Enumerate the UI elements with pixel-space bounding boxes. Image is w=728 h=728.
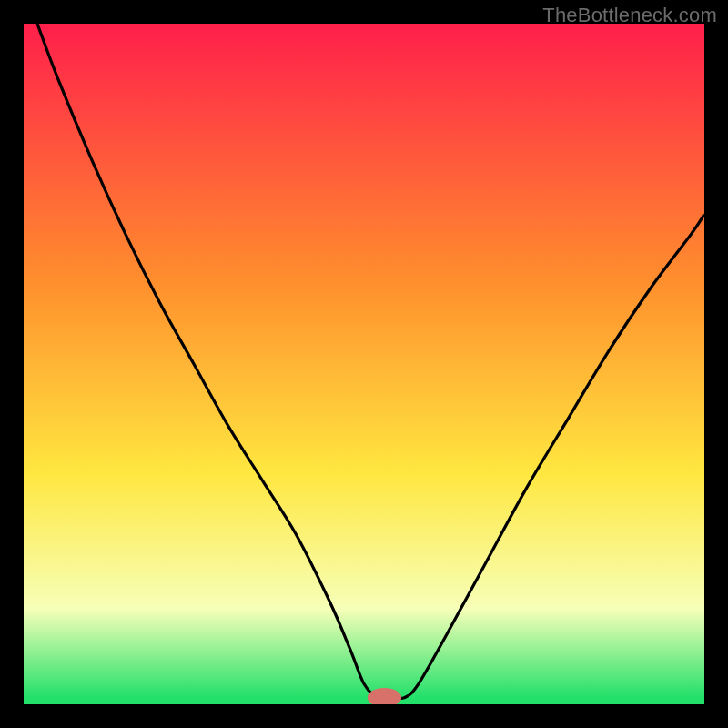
- plot-svg: [24, 24, 704, 704]
- chart-stage: TheBottleneck.com: [0, 0, 728, 728]
- plot-area: [24, 24, 704, 704]
- watermark-label: TheBottleneck.com: [542, 4, 717, 27]
